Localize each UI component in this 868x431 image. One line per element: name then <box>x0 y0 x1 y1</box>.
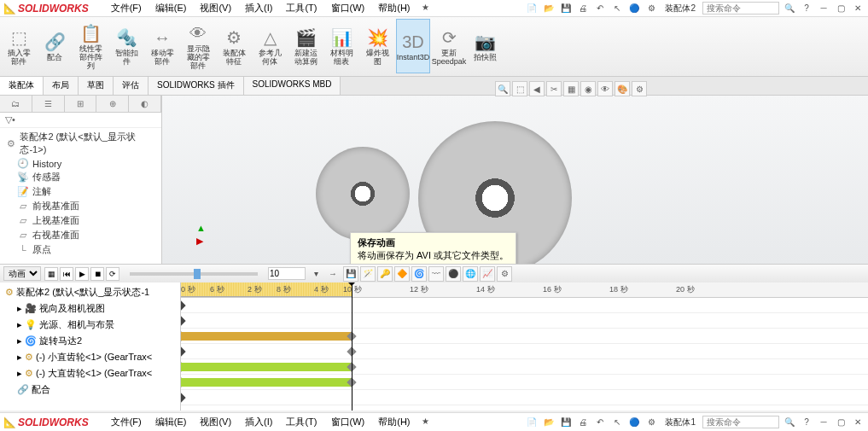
rebuild-icon[interactable]: 🔵 <box>627 2 641 15</box>
menu-help[interactable]: 帮助(H) <box>373 0 415 16</box>
results-icon[interactable]: 📈 <box>480 266 495 282</box>
tab-mbd[interactable]: SOLIDWORKS MBD <box>244 77 341 95</box>
menu2-tools[interactable]: 工具(T) <box>281 414 322 430</box>
keybar-2[interactable] <box>181 332 352 341</box>
ribbon-6[interactable]: ⚙装配体特征 <box>217 19 251 73</box>
ribbon-0[interactable]: ⬚插入零部件 <box>2 19 36 73</box>
fm-tab-display-icon[interactable]: ◐ <box>129 96 161 112</box>
animation-wizard-icon[interactable]: 🪄 <box>360 266 376 282</box>
tree-item-5[interactable]: ▱右视基准面 <box>3 228 158 242</box>
time-input[interactable] <box>268 267 306 280</box>
menu2-file[interactable]: 文件(F) <box>106 414 147 430</box>
ribbon-9[interactable]: 📊材料明细表 <box>324 19 358 73</box>
tl-tree-item-2[interactable]: ▸💡光源、相机与布景 <box>2 317 178 333</box>
ribbon-4[interactable]: ↔移动零部件 <box>145 19 179 73</box>
add-key-icon[interactable]: 🔶 <box>394 266 410 282</box>
tl-tree-item-1[interactable]: ▸🎥视向及相机视图 <box>2 300 178 317</box>
menu-tools[interactable]: 工具(T) <box>281 0 322 16</box>
autokey-icon[interactable]: 🔑 <box>377 266 393 282</box>
playhead[interactable] <box>352 282 352 411</box>
menu2-edit[interactable]: 编辑(E) <box>150 414 192 430</box>
play-start-icon[interactable]: ⏮ <box>60 267 73 281</box>
tab-assembly[interactable]: 装配体 <box>0 77 44 95</box>
spring-icon[interactable]: 〰 <box>428 266 444 282</box>
ribbon-10[interactable]: 💥爆炸视图 <box>360 19 394 73</box>
track-3[interactable] <box>181 344 868 359</box>
key-start-1[interactable] <box>181 316 186 325</box>
menu-file[interactable]: 文件(F) <box>106 0 147 16</box>
prev-view-icon[interactable]: ◀ <box>529 81 545 96</box>
ribbon-1[interactable]: 🔗配合 <box>38 19 72 73</box>
tab-layout[interactable]: 布局 <box>44 77 79 95</box>
select2-icon[interactable]: ↖ <box>610 416 624 429</box>
print-icon[interactable]: 🖨 <box>576 2 590 15</box>
play-icon[interactable]: ▶ <box>75 267 89 281</box>
fm-tab-dim-icon[interactable]: ⊕ <box>96 96 129 112</box>
tree-item-1[interactable]: 📡传感器 <box>3 170 158 184</box>
help-icon[interactable]: ? <box>800 2 813 15</box>
tl-tree-item-4[interactable]: ▸⚙(-) 小直齿轮<1> (GearTrax< <box>2 349 178 365</box>
ribbon-7[interactable]: △参考几何体 <box>253 19 287 73</box>
tab-sketch[interactable]: 草图 <box>79 77 114 95</box>
study-type-select[interactable]: 动画 <box>3 266 41 281</box>
ribbon-5[interactable]: 👁显示隐藏的零部件 <box>181 19 215 73</box>
new-icon[interactable]: 📄 <box>525 2 539 15</box>
track-1[interactable] <box>181 313 868 329</box>
open-icon[interactable]: 📂 <box>542 2 556 15</box>
undo-icon[interactable]: ↶ <box>593 2 607 15</box>
search-input-2[interactable] <box>702 416 779 428</box>
key-start-0[interactable] <box>181 300 186 310</box>
motion-settings-icon[interactable]: ⚙ <box>497 266 512 282</box>
display-style-icon[interactable]: ◉ <box>580 81 596 96</box>
tl-tree-item-5[interactable]: ▸⚙(-) 大直齿轮<1> (GearTrax< <box>2 365 178 381</box>
search-input[interactable] <box>702 2 779 15</box>
open2-icon[interactable]: 📂 <box>542 416 556 429</box>
search2-icon[interactable]: 🔍 <box>783 416 796 429</box>
menu-insert[interactable]: 插入(I) <box>240 0 277 16</box>
tree-item-3[interactable]: ▱前视基准面 <box>3 199 158 213</box>
menu-window[interactable]: 窗口(W) <box>326 0 370 16</box>
print2-icon[interactable]: 🖨 <box>576 416 590 429</box>
tree-item-2[interactable]: 📝注解 <box>3 184 158 199</box>
stop-icon[interactable]: ⏹ <box>90 267 104 281</box>
keybar-5[interactable] <box>181 378 352 387</box>
select-icon[interactable]: ↖ <box>610 2 624 15</box>
loop-icon[interactable]: ⟳ <box>106 267 119 281</box>
help2-icon[interactable]: ? <box>800 416 813 429</box>
time-ruler[interactable]: 0 秒2 秒4 秒 6 秒8 秒10 秒12 秒14 秒16 秒18 秒20 秒 <box>181 282 868 298</box>
fm-tab-tree-icon[interactable]: 🗂 <box>0 96 32 112</box>
close2-icon[interactable]: ✕ <box>851 416 865 429</box>
track-6[interactable] <box>181 390 868 405</box>
small-gear[interactable] <box>316 147 410 241</box>
zoom-fit-icon[interactable]: 🔍 <box>495 81 510 96</box>
fm-filter[interactable]: ▽• <box>0 113 161 128</box>
ribbon-13[interactable]: 📷拍快照 <box>468 19 502 73</box>
section-icon[interactable]: ✂ <box>546 81 562 96</box>
calculate-icon[interactable]: ▦ <box>44 267 58 281</box>
hide-show-icon[interactable]: 👁 <box>597 81 613 96</box>
time-dropdown-icon[interactable]: ▾ <box>309 267 323 281</box>
save-animation-button[interactable]: 💾 <box>343 266 358 282</box>
rebuild2-icon[interactable]: 🔵 <box>627 416 641 429</box>
view-orient-icon[interactable]: ▦ <box>563 81 579 96</box>
ribbon-8[interactable]: 🎬新建运动算例 <box>288 19 323 73</box>
zoom-area-icon[interactable]: ⬚ <box>512 81 527 96</box>
track-0[interactable] <box>181 298 868 313</box>
menu-view[interactable]: 视图(V) <box>195 0 236 16</box>
tl-tree-item-6[interactable]: 🔗配合 <box>2 381 178 398</box>
gravity-icon[interactable]: 🌐 <box>463 266 478 282</box>
playback-slider[interactable] <box>130 272 258 276</box>
track-4[interactable] <box>181 359 868 375</box>
tab-evaluate[interactable]: 评估 <box>114 77 149 95</box>
restore2-icon[interactable]: ▢ <box>834 416 848 429</box>
tree-item-6[interactable]: └原点 <box>3 242 158 257</box>
keybar-4[interactable] <box>181 363 352 371</box>
fm-tab-config-icon[interactable]: ⊞ <box>65 96 97 112</box>
menu2-insert[interactable]: 插入(I) <box>240 414 277 430</box>
menu2-view[interactable]: 视图(V) <box>195 414 236 430</box>
key-start-3[interactable] <box>181 347 186 356</box>
next-frame-icon[interactable]: → <box>326 267 340 281</box>
track-2[interactable] <box>181 329 868 344</box>
menu-edit[interactable]: 编辑(E) <box>150 0 192 16</box>
ribbon-2[interactable]: 📋线性零部件阵列 <box>73 19 108 73</box>
